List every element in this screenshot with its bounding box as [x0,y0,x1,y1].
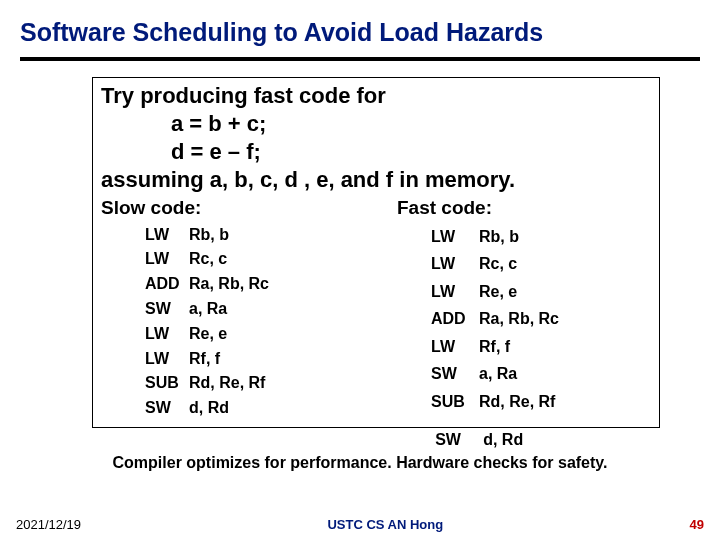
op-cell: ADD [101,272,189,297]
args-cell: d, Rd [483,428,660,452]
content-box: Try producing fast code for a = b + c; d… [92,77,660,428]
table-row: ADDRa, Rb, Rc [387,305,651,333]
slide-footer: 2021/12/19 USTC CS AN Hong 49 [0,517,720,532]
op-cell: SW [101,396,189,421]
op-cell: SUB [387,388,479,416]
args-cell: Rc, c [479,250,651,278]
title-rule [20,57,700,61]
fast-column: Fast code: LWRb, b LWRc, c LWRe, e ADDRa… [387,197,651,421]
intro-block: Try producing fast code for a = b + c; d… [101,82,651,195]
table-row: SWa, Ra [101,297,387,322]
args-cell: a, Ra [479,360,651,388]
op-cell: LW [387,278,479,306]
op-cell: ADD [387,305,479,333]
table-row: LWRc, c [101,247,387,272]
fast-table: LWRb, b LWRc, c LWRe, e ADDRa, Rb, Rc LW… [387,223,651,416]
op-cell: LW [101,247,189,272]
table-row: LWRb, b [101,223,387,248]
op-cell: LW [387,223,479,251]
args-cell: Ra, Rb, Rc [479,305,651,333]
table-row: SUBRd, Re, Rf [387,388,651,416]
args-cell: Rd, Re, Rf [479,388,651,416]
slow-column: Slow code: LWRb, b LWRc, c ADDRa, Rb, Rc… [101,197,387,421]
table-row: LWRe, e [387,278,651,306]
intro-line2: a = b + c; [101,110,651,138]
op-cell: SUB [101,371,189,396]
fast-heading: Fast code: [397,197,651,219]
table-row: SWd, Rd [101,396,387,421]
intro-line3: d = e – f; [101,138,651,166]
table-row: SWa, Ra [387,360,651,388]
op-cell: LW [101,347,189,372]
footer-page: 49 [690,517,704,532]
footer-date: 2021/12/19 [16,517,81,532]
fast-overflow-row: SW d, Rd [100,428,660,452]
op-cell: LW [101,223,189,248]
args-cell: Rf, f [479,333,651,361]
table-row: LWRf, f [101,347,387,372]
args-cell: Rb, b [189,223,387,248]
caption-text: Compiler optimizes for performance. Hard… [0,454,720,472]
args-cell: Rb, b [479,223,651,251]
table-row: LWRf, f [387,333,651,361]
table-row: SUBRd, Re, Rf [101,371,387,396]
footer-center: USTC CS AN Hong [81,517,689,532]
slow-heading: Slow code: [101,197,387,219]
table-row: LWRb, b [387,223,651,251]
args-cell: d, Rd [189,396,387,421]
args-cell: Rc, c [189,247,387,272]
table-row: LWRc, c [387,250,651,278]
op-cell: LW [387,333,479,361]
table-row: LWRe, e [101,322,387,347]
args-cell: Ra, Rb, Rc [189,272,387,297]
op-cell: LW [101,322,189,347]
table-row: ADDRa, Rb, Rc [101,272,387,297]
intro-line1: Try producing fast code for [101,83,386,108]
op-cell: SW [387,360,479,388]
op-cell: LW [387,250,479,278]
args-cell: Re, e [189,322,387,347]
slow-table: LWRb, b LWRc, c ADDRa, Rb, Rc SWa, Ra LW… [101,223,387,421]
slide-title: Software Scheduling to Avoid Load Hazard… [0,0,720,57]
args-cell: Rf, f [189,347,387,372]
args-cell: a, Ra [189,297,387,322]
intro-line4: assuming a, b, c, d , e, and f in memory… [101,167,515,192]
args-cell: Rd, Re, Rf [189,371,387,396]
args-cell: Re, e [479,278,651,306]
op-cell: SW [101,297,189,322]
op-cell: SW [391,428,483,452]
